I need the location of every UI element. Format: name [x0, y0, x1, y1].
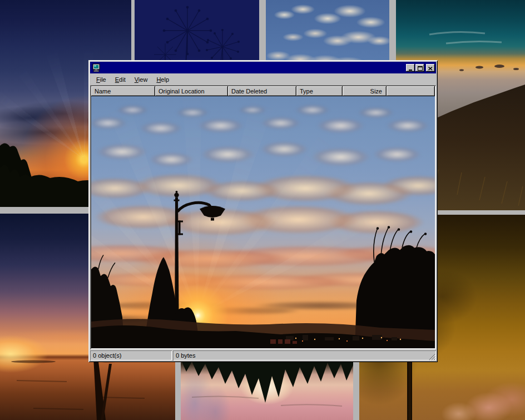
list-background-photo [91, 96, 435, 348]
window-controls [405, 64, 435, 72]
column-header-type[interactable]: Type [296, 86, 343, 96]
status-objects: 0 object(s) [90, 350, 172, 360]
status-size: 0 bytes [173, 350, 436, 360]
menu-view[interactable]: View [131, 75, 153, 85]
close-icon [428, 67, 433, 71]
file-list-view[interactable]: NameOriginal LocationDate DeletedTypeSiz… [90, 85, 436, 349]
minimize-icon [409, 70, 412, 71]
column-header-name[interactable]: Name [91, 86, 155, 96]
menu-help[interactable]: Help [152, 75, 174, 85]
status-bar: 0 object(s) 0 bytes [90, 349, 436, 360]
title-bar[interactable] [90, 62, 436, 73]
photo-silhouettes [91, 96, 435, 348]
resize-grip[interactable] [428, 353, 435, 360]
menu-file[interactable]: File [92, 75, 111, 85]
explorer-window: FileEditViewHelp NameOriginal LocationDa… [88, 60, 438, 362]
minimize-button[interactable] [406, 64, 415, 72]
maximize-button[interactable] [415, 64, 424, 72]
column-header-original-location[interactable]: Original Location [155, 86, 228, 96]
column-header-blank[interactable] [387, 86, 435, 96]
column-header-size[interactable]: Size [343, 86, 387, 96]
menu-edit[interactable]: Edit [111, 75, 131, 85]
maximize-icon [418, 66, 423, 71]
computer-icon [92, 63, 101, 72]
menu-bar: FileEditViewHelp [90, 74, 436, 85]
column-header-row: NameOriginal LocationDate DeletedTypeSiz… [91, 86, 435, 96]
column-header-date-deleted[interactable]: Date Deleted [228, 86, 296, 96]
close-button[interactable] [426, 64, 435, 72]
